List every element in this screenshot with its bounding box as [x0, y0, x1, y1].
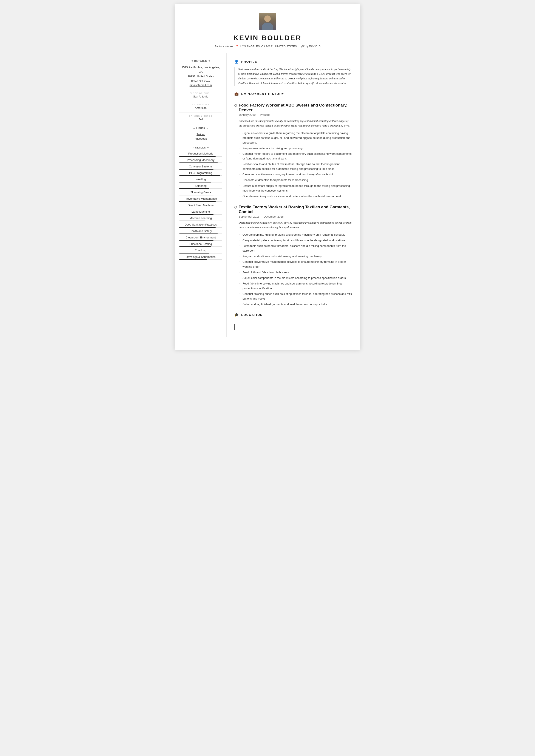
- sidebar: DETAILS 1515 Pacific Ave, Los Angeles, C…: [175, 53, 227, 337]
- links-title: LINKS: [179, 127, 222, 129]
- bullet-item: Operate looming, knitting, braiding and …: [239, 233, 352, 237]
- skill-bar-bg: [179, 234, 222, 234]
- skill-bar-bg: [179, 227, 222, 228]
- job-dates: September 2016 — December 2018: [239, 215, 352, 218]
- skill-bar-fill: [179, 234, 218, 234]
- bullet-item: Program and calibrate industrial sewing …: [239, 254, 352, 259]
- bullet-item: Feed cloth and fabric into die buckets: [239, 270, 352, 275]
- employment-section-title: 💼 EMPLOYMENT HISTORY: [234, 92, 352, 96]
- bullet-item: Position spouts and chutes of raw materi…: [239, 162, 352, 171]
- bullet-item: Fetch tools such as needle threaders, sc…: [239, 244, 352, 253]
- skill-bar-bg: [179, 201, 222, 202]
- skill-name: Soldering: [179, 184, 222, 187]
- profile-section-title: 👤 PROFILE: [234, 60, 352, 64]
- skill-item: Conveyor Systems: [179, 165, 222, 170]
- skills-title-text: SKILLS: [195, 146, 206, 149]
- nationality-block: NATIONALITY American: [179, 103, 222, 110]
- skills-title: SKILLS: [179, 146, 222, 149]
- phone-tag: (541) 754-3010: [301, 45, 321, 48]
- jobs-list: Food Factory Worker at ABC Sweets and Co…: [234, 103, 352, 307]
- skill-bar-bg: [179, 208, 222, 208]
- skill-name: Preventative Maintenance: [179, 197, 222, 200]
- job-dates: January 2019 — Present: [239, 113, 352, 116]
- skill-name: Cleanroom Environment: [179, 236, 222, 239]
- skill-name: Machine Learning: [179, 216, 222, 220]
- birth-value: San Antonio: [179, 95, 222, 98]
- bullet-item: Carry material pallets containing fabric…: [239, 238, 352, 243]
- skill-name: Deep Sanitation Practices: [179, 223, 222, 226]
- skill-item: Soldering: [179, 184, 222, 189]
- skill-item: Lathe Machine: [179, 210, 222, 215]
- birth-label: PLACE OF BIRTH: [179, 92, 222, 94]
- bullet-item: Conduct minor repairs to equipment and m…: [239, 152, 352, 161]
- circle-left: [191, 60, 193, 62]
- skill-item: Processing Machinery: [179, 158, 222, 163]
- skill-bar-fill: [179, 246, 211, 247]
- employment-icon: 💼: [234, 92, 239, 96]
- bullet-item: Deconstruct defective food products for …: [239, 178, 352, 182]
- skill-item: Deep Sanitation Practices: [179, 223, 222, 228]
- bullet-item: Adjust color components in the die mixer…: [239, 276, 352, 280]
- skill-item: PLC Programming: [179, 171, 222, 176]
- driving-block: DRIVING LICENSE Full: [179, 115, 222, 121]
- skill-item: Checking: [179, 249, 222, 254]
- skill-bar-fill: [179, 175, 220, 176]
- bullet-item: Operate machinery such as slicers and cu…: [239, 194, 352, 199]
- skill-bar-fill: [179, 162, 218, 163]
- main-content: 👤 PROFILE Task driven and methodical Fac…: [227, 53, 360, 337]
- education-section-title: 🎓 EDUCATION: [234, 313, 352, 317]
- skill-name: Lathe Machine: [179, 210, 222, 213]
- bullet-item: Ensure a constant supply of ingredients …: [239, 183, 352, 193]
- skill-bar-bg: [179, 169, 222, 170]
- twitter-link[interactable]: Twitter: [179, 132, 222, 136]
- job-desc: Decreased machine shutdown cycles by 40%…: [239, 220, 352, 230]
- header-tagline: Factory Worker 📍 LOS ANGELES, CA 90291, …: [183, 44, 352, 49]
- header-section: KEVIN BOULDER Factory Worker 📍 LOS ANGEL…: [175, 4, 360, 53]
- email-link[interactable]: email@email.com: [190, 83, 212, 87]
- skill-name: Functional Testing: [179, 242, 222, 245]
- bullet-item: Select and tag finished garments and loa…: [239, 302, 352, 307]
- job-block: Textile Factory Worker at Borning Textil…: [234, 205, 352, 307]
- skill-bar-fill: [179, 156, 216, 157]
- divider1: [179, 90, 222, 90]
- divider2: [179, 101, 222, 101]
- skill-bar-bg: [179, 253, 222, 254]
- education-title-text: EDUCATION: [241, 313, 263, 317]
- employment-title-text: EMPLOYMENT HISTORY: [241, 92, 284, 96]
- skill-bar-bg: [179, 156, 222, 157]
- details-title-text: DETAILS: [194, 60, 207, 62]
- birth-block: PLACE OF BIRTH San Antonio: [179, 92, 222, 98]
- skill-bar-bg: [179, 259, 222, 260]
- skill-bar-bg: [179, 240, 222, 240]
- skill-bar-bg: [179, 182, 222, 182]
- skills-section: SKILLS Production Methods Processing Mac…: [179, 146, 222, 260]
- skills-list: Production Methods Processing Machinery …: [179, 152, 222, 260]
- nationality-label: NATIONALITY: [179, 103, 222, 106]
- education-icon: 🎓: [234, 313, 239, 317]
- skill-bar-bg: [179, 188, 222, 189]
- avatar-container: [183, 13, 352, 31]
- education-section: 🎓 EDUCATION: [234, 313, 352, 330]
- location-icon: 📍: [236, 45, 239, 48]
- circle-right: [209, 60, 210, 62]
- skill-item: Drawings & Schematics: [179, 255, 222, 260]
- details-title: DETAILS: [179, 60, 222, 62]
- circle-left3: [193, 147, 194, 148]
- skill-item: Machine Learning: [179, 216, 222, 221]
- skill-bar-fill: [179, 253, 209, 254]
- skill-item: Skimming Gears: [179, 191, 222, 195]
- skill-bar-fill: [179, 182, 211, 182]
- skill-item: Direct Feed Machine: [179, 204, 222, 208]
- details-section: DETAILS 1515 Pacific Ave, Los Angeles, C…: [179, 60, 222, 121]
- skill-bar-bg: [179, 246, 222, 247]
- bullet-item: Conduct preventative maintenance activit…: [239, 260, 352, 269]
- circle-left2: [193, 127, 195, 129]
- bullet-item: Prepare raw materials for mixing and pro…: [239, 146, 352, 151]
- skill-bar-fill: [179, 214, 213, 215]
- skill-item: Production Methods: [179, 152, 222, 157]
- skill-bar-fill: [179, 201, 216, 202]
- skill-bar-bg: [179, 221, 222, 221]
- profile-text: Task driven and methodical Factory Worke…: [234, 67, 352, 86]
- sidebar-phone: (541) 754-3010: [191, 79, 210, 82]
- facebook-link[interactable]: Facebook: [179, 137, 222, 140]
